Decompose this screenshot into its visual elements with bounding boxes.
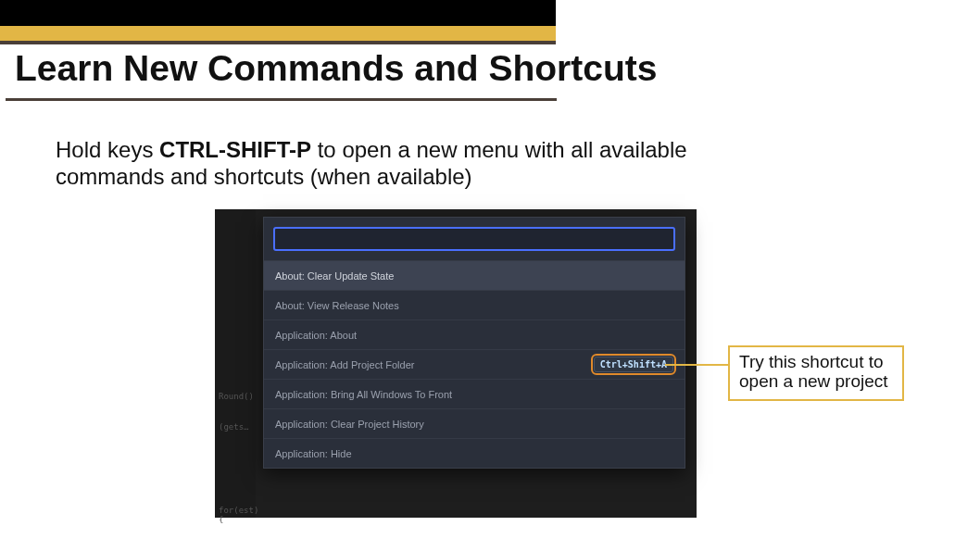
- command-palette-list: About: Clear Update State About: View Re…: [264, 260, 685, 468]
- callout-connector: [665, 364, 728, 366]
- palette-item-label: Application: Hide: [275, 448, 352, 459]
- header-band: [0, 0, 556, 44]
- palette-item-hide[interactable]: Application: Hide: [264, 438, 685, 468]
- title-underline: [6, 98, 557, 101]
- palette-item-clear-history[interactable]: Application: Clear Project History: [264, 408, 685, 438]
- shortcut-badge-add-project: Ctrl+Shift+A: [594, 357, 673, 372]
- palette-item-label: Application: Bring All Windows To Front: [275, 389, 452, 400]
- editor-screenshot: Round() (gets… for(est) { About: Clear U…: [215, 209, 697, 518]
- code-snip-3: for(est) {: [219, 506, 258, 524]
- intro-keys: CTRL-SHIFT-P: [159, 137, 311, 162]
- band-black: [0, 0, 556, 26]
- palette-item-label: Application: Add Project Folder: [275, 359, 414, 370]
- palette-item-about[interactable]: Application: About: [264, 319, 685, 349]
- command-palette: About: Clear Update State About: View Re…: [263, 217, 685, 469]
- code-snip-1: Round(): [219, 392, 254, 401]
- band-dark: [0, 41, 556, 44]
- palette-item-add-project[interactable]: Application: Add Project Folder Ctrl+Shi…: [264, 349, 685, 379]
- page-title: Learn New Commands and Shortcuts: [15, 48, 657, 89]
- command-palette-input[interactable]: [273, 227, 675, 251]
- palette-item-clear-update[interactable]: About: Clear Update State: [264, 260, 685, 290]
- palette-item-label: About: View Release Notes: [275, 300, 399, 311]
- palette-item-bring-front[interactable]: Application: Bring All Windows To Front: [264, 379, 685, 408]
- callout-note: Try this shortcut to open a new project: [728, 345, 904, 401]
- code-snip-2: (gets…: [219, 422, 249, 432]
- palette-item-label: Application: Clear Project History: [275, 419, 424, 430]
- band-gold: [0, 26, 556, 41]
- palette-item-release-notes[interactable]: About: View Release Notes: [264, 290, 685, 319]
- palette-item-label: Application: About: [275, 330, 357, 341]
- intro-pre: Hold keys: [56, 137, 159, 162]
- intro-text: Hold keys CTRL-SHIFT-P to open a new men…: [56, 137, 741, 191]
- editor-gutter: Round() (gets… for(est) {: [215, 209, 256, 518]
- palette-item-label: About: Clear Update State: [275, 270, 394, 282]
